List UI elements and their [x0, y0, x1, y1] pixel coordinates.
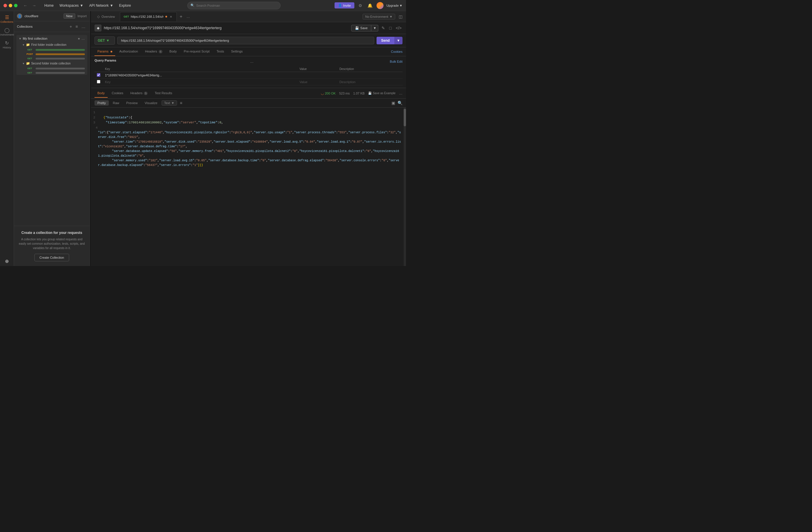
method-get-badge-4: GET — [26, 71, 34, 74]
param-desc-empty[interactable]: Description — [337, 79, 403, 85]
search-response-icon[interactable]: 🔍 — [397, 101, 403, 105]
add-collection-icon[interactable]: + — [69, 24, 73, 29]
create-collection-button[interactable]: Create Collection — [34, 254, 69, 261]
request-item-1[interactable]: GET — [16, 47, 87, 52]
comment-icon[interactable]: □ — [388, 25, 392, 31]
request-item-3[interactable]: GET — [16, 56, 87, 61]
embed-icon[interactable]: </> — [395, 25, 403, 31]
col-description: Description — [337, 66, 403, 72]
param-checkbox-cell[interactable] — [95, 72, 103, 79]
request-title: https://192.168.1.54/x/rioget?1*16999746… — [104, 26, 349, 30]
sidebar-item-collections[interactable]: ☰ Collections — [1, 13, 13, 25]
filter-icon-response[interactable]: ≡ — [180, 101, 182, 105]
collection-header[interactable]: ▼ My first collection ★ … — [16, 35, 87, 42]
req-tab-settings[interactable]: Settings — [228, 47, 246, 56]
table-view-icon[interactable]: ◫ — [397, 13, 404, 20]
param-checkbox-cell-empty[interactable] — [95, 79, 103, 85]
res-tab-test-results[interactable]: Test Results — [152, 89, 175, 98]
tab-close-icon[interactable]: ✕ — [169, 15, 173, 19]
request-item-5[interactable]: GET — [16, 71, 87, 75]
search-bar[interactable]: 🔍 — [187, 2, 280, 9]
send-button[interactable]: Send — [377, 37, 394, 44]
copy-icon[interactable]: ▣ — [391, 101, 395, 105]
params-more-icon[interactable]: … — [250, 59, 254, 63]
back-arrow[interactable]: ← — [22, 3, 29, 9]
notifications-icon[interactable]: 🔔 — [366, 2, 374, 9]
line-3: 3 "timestamp":17001460168190002,"system"… — [93, 120, 401, 126]
res-headers-badge: 5 — [144, 91, 148, 95]
sidebar-item-extensions[interactable]: ⊕ — [5, 259, 9, 266]
edit-icon[interactable]: ✎ — [381, 25, 386, 31]
scrollbar-thumb[interactable] — [404, 109, 406, 126]
forward-arrow[interactable]: → — [31, 3, 37, 9]
url-input[interactable] — [117, 37, 374, 44]
req-tab-pre-request[interactable]: Pre-request Script — [181, 47, 213, 56]
new-button[interactable]: New — [63, 13, 75, 19]
user-section: 👤 cloudflare New Import — [14, 11, 89, 21]
req-tab-authorization[interactable]: Authorization — [116, 47, 141, 56]
res-tab-body[interactable]: Body — [95, 89, 107, 98]
response-scroll-container: 1 2 {"hsycostate":{ 3 "timestamp":170014… — [91, 107, 406, 266]
workspaces-nav[interactable]: Workspaces ▼ — [57, 2, 86, 9]
param-checkbox-1[interactable] — [97, 73, 100, 77]
scrollbar-track[interactable] — [404, 107, 406, 266]
avatar[interactable] — [377, 2, 383, 9]
folder-second[interactable]: ▼ 📁 Second folder inside collection — [16, 61, 87, 66]
maximize-button[interactable] — [14, 4, 17, 7]
response-more-icon[interactable]: … — [399, 91, 403, 95]
tab-overview[interactable]: ◇ Overview — [93, 12, 119, 21]
minimize-button[interactable] — [9, 4, 12, 7]
request-item-2[interactable]: POST — [16, 52, 87, 56]
panel-header: Collections + ≡ … — [14, 21, 89, 32]
res-tab-headers[interactable]: Headers 5 — [128, 89, 151, 98]
format-type-dropdown[interactable]: Text ▼ — [162, 100, 177, 105]
import-button[interactable]: Import — [77, 14, 87, 18]
param-value-empty[interactable]: Value — [297, 79, 337, 85]
param-value-1[interactable] — [297, 72, 337, 79]
more-options-icon[interactable]: … — [80, 24, 87, 29]
env-selector[interactable]: No Environment ▼ — [363, 14, 395, 19]
api-network-nav[interactable]: API Network ▼ — [87, 2, 116, 9]
save-dropdown[interactable]: ▼ — [371, 25, 378, 31]
tab-request[interactable]: GET https://192.168.1.54/x/r ✕ — [120, 12, 177, 21]
search-input[interactable] — [196, 4, 277, 7]
param-desc-1[interactable] — [337, 72, 403, 79]
param-checkbox-empty[interactable] — [97, 80, 100, 83]
invite-button[interactable]: 👤 Invite — [335, 2, 354, 9]
req-tab-body[interactable]: Body — [166, 47, 180, 56]
method-selector[interactable]: GET ▼ — [95, 37, 115, 45]
sidebar-item-history[interactable]: ↻ History — [1, 39, 13, 51]
cookies-link[interactable]: Cookies — [391, 50, 403, 53]
format-tab-raw[interactable]: Raw — [110, 100, 122, 105]
format-tab-preview[interactable]: Preview — [124, 100, 141, 105]
format-tab-visualize[interactable]: Visualize — [142, 100, 160, 105]
save-example-button[interactable]: 💾 Save as Example — [368, 91, 395, 95]
upgrade-button[interactable]: Upgrade ▼ — [387, 4, 403, 7]
settings-icon[interactable]: ⚙ — [357, 2, 363, 9]
param-key-empty[interactable]: Key — [103, 79, 297, 85]
collection-more-icon[interactable]: … — [82, 37, 85, 41]
collections-icon: ☰ — [5, 15, 9, 20]
param-key-1[interactable]: 1*1699974604335000*ertgw4634tertg... — [103, 72, 297, 79]
tab-more-icon[interactable]: … — [185, 14, 191, 19]
sidebar-item-environments[interactable]: ◯ Environments — [1, 26, 13, 38]
send-dropdown[interactable]: ▼ — [394, 37, 403, 44]
line-2: 2 {"hsycostate":{ — [93, 115, 401, 120]
explore-nav[interactable]: Explore — [117, 2, 133, 9]
bulk-edit-button[interactable]: Bulk Edit — [390, 60, 403, 63]
filter-icon[interactable]: ≡ — [74, 24, 79, 29]
format-tab-pretty[interactable]: Pretty — [95, 100, 109, 105]
tab-add-button[interactable]: + — [178, 13, 184, 20]
close-button[interactable] — [3, 4, 7, 7]
params-table: Key Value Description 1*1699974604335000… — [95, 66, 403, 85]
folder-first[interactable]: ▼ 📁 First folder inside collection — [16, 42, 87, 47]
request-item-4[interactable]: GET — [16, 66, 87, 71]
star-icon[interactable]: ★ — [77, 37, 80, 40]
req-tab-headers[interactable]: Headers 6 — [142, 47, 165, 56]
extensions-icon: ⊕ — [5, 259, 9, 264]
save-button[interactable]: 💾 Save — [351, 25, 371, 31]
req-tab-tests[interactable]: Tests — [214, 47, 227, 56]
req-tab-params[interactable]: Params — [95, 47, 115, 56]
home-nav[interactable]: Home — [42, 2, 56, 9]
res-tab-cookies[interactable]: Cookies — [109, 89, 126, 98]
